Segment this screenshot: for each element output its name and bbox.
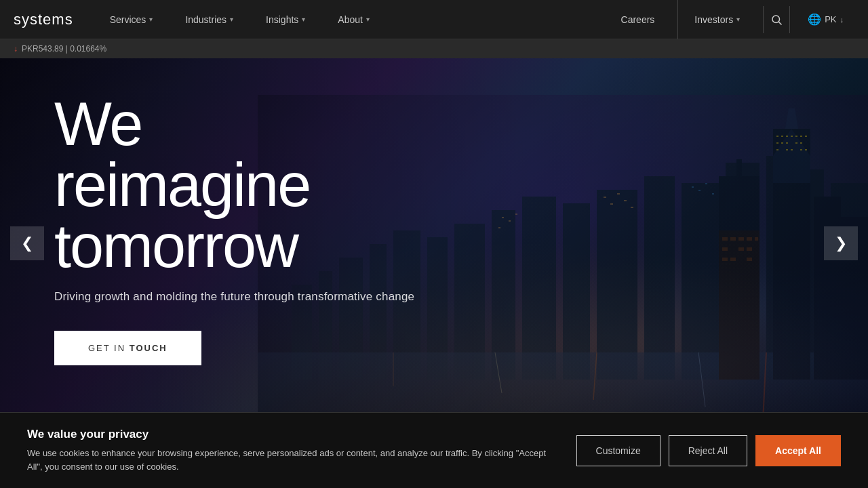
- nav-insights-label: Insights: [266, 14, 298, 25]
- nav-investors-label: Investors: [694, 14, 733, 25]
- hero-subtitle: Driving growth and molding the future th…: [54, 290, 414, 304]
- hero-content: We reimagine tomorrow Driving growth and…: [0, 39, 414, 365]
- cookie-title: We value your privacy: [27, 428, 549, 441]
- nav-services[interactable]: Services ▾: [94, 0, 170, 39]
- nav-right: Careers Investors ▾ PK ↓: [605, 0, 854, 39]
- hero-title: We reimagine tomorrow: [54, 94, 414, 277]
- ticker-arrow-icon: ↓: [14, 44, 18, 54]
- cookie-buttons: Customize Reject All Accept All: [576, 435, 841, 466]
- about-chevron-icon: ▾: [366, 16, 370, 23]
- nav-insights[interactable]: Insights ▾: [250, 0, 321, 39]
- nav-left: Services ▾ Industries ▾ Insights ▾ About…: [94, 0, 605, 39]
- cookie-accept-button[interactable]: Accept All: [755, 435, 841, 466]
- get-in-touch-button[interactable]: GET IN TOUCH: [54, 331, 201, 365]
- svg-line-1: [779, 22, 782, 24]
- ticker-value: PKR543.89 | 0.01664%: [22, 44, 106, 54]
- cookie-description: We use cookies to enhance your browsing …: [27, 447, 549, 473]
- cookie-banner: We value your privacy We use cookies to …: [0, 412, 868, 488]
- chevron-right-icon: ❯: [835, 235, 847, 252]
- nav-investors[interactable]: Investors ▾: [677, 0, 756, 39]
- cookie-customize-button[interactable]: Customize: [576, 435, 660, 466]
- services-chevron-icon: ▾: [149, 16, 153, 23]
- carousel-prev-button[interactable]: ❮: [10, 226, 44, 260]
- ticker-bar: ↓ PKR543.89 | 0.01664%: [0, 39, 868, 58]
- cookie-text-block: We value your privacy We use cookies to …: [27, 428, 549, 473]
- investors-chevron-icon: ▾: [736, 16, 740, 23]
- navbar: systems Services ▾ Industries ▾ Insights…: [0, 0, 868, 39]
- chevron-left-icon: ❮: [21, 235, 33, 252]
- nav-industries[interactable]: Industries ▾: [169, 0, 250, 39]
- nav-industries-label: Industries: [185, 14, 226, 25]
- industries-chevron-icon: ▾: [230, 16, 233, 23]
- lang-arrow-icon: ↓: [840, 16, 844, 24]
- search-button[interactable]: [763, 6, 790, 33]
- ticker-info: ↓ PKR543.89 | 0.01664%: [14, 44, 106, 54]
- search-icon: [770, 14, 783, 26]
- nav-about[interactable]: About ▾: [321, 0, 386, 39]
- cookie-reject-button[interactable]: Reject All: [669, 435, 747, 466]
- svg-point-0: [772, 16, 780, 23]
- globe-icon: [808, 13, 821, 26]
- insights-chevron-icon: ▾: [302, 16, 305, 23]
- carousel-next-button[interactable]: ❯: [824, 226, 858, 260]
- site-logo[interactable]: systems: [14, 11, 73, 28]
- language-selector[interactable]: PK ↓: [797, 13, 854, 26]
- nav-careers[interactable]: Careers: [605, 0, 671, 39]
- nav-services-label: Services: [110, 14, 146, 25]
- nav-about-label: About: [338, 14, 363, 25]
- lang-code: PK: [825, 14, 836, 24]
- hero-section: We reimagine tomorrow Driving growth and…: [0, 0, 868, 447]
